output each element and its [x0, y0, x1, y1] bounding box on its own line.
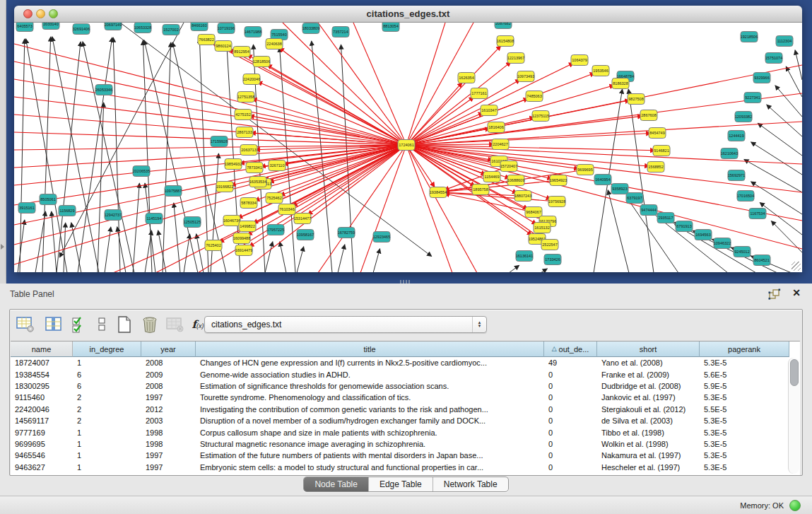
column-header-out_de[interactable]: △out_de...	[544, 341, 597, 357]
graph-node[interactable]: 17957225	[267, 225, 284, 235]
tab-edge-table[interactable]: Edge Table	[368, 477, 433, 491]
graph-node[interactable]: 12375115	[532, 111, 549, 122]
graph-node[interactable]: 12942737	[105, 210, 122, 221]
close-panel-icon[interactable]: ✕	[792, 287, 801, 298]
graph-node[interactable]: 1640954	[594, 175, 611, 185]
new-table-icon[interactable]	[114, 315, 134, 334]
graph-node[interactable]: 9329966	[753, 73, 770, 83]
graph-edge[interactable]	[279, 47, 406, 145]
graph-node[interactable]: 1777161	[471, 88, 488, 99]
graph-node[interactable]: 1615132	[534, 223, 551, 233]
graph-edge[interactable]	[145, 230, 152, 272]
scrollbar-thumb[interactable]	[790, 359, 799, 386]
graph-edge[interactable]	[307, 145, 406, 215]
graph-node[interactable]: 10719196	[218, 23, 235, 34]
graph-edge[interactable]	[78, 37, 112, 272]
graph-edge[interactable]	[59, 23, 184, 257]
graph-node[interactable]: 1953546	[592, 66, 609, 76]
graph-node[interactable]: 16353534	[249, 177, 266, 187]
delete-table-icon[interactable]	[140, 315, 160, 334]
graph-node[interactable]: 2867133	[236, 127, 253, 138]
window-resize-grip[interactable]	[792, 262, 801, 271]
graph-node[interactable]: 9827508	[628, 94, 645, 105]
graph-node[interactable]: 19166822	[216, 182, 233, 192]
graph-node[interactable]: 9860124	[215, 41, 232, 52]
graph-node[interactable]: 8912954	[233, 47, 250, 57]
table-row[interactable]: 1456911722003Disruption of a novel membe…	[11, 415, 800, 426]
graph-node[interactable]: 1694563	[695, 230, 712, 240]
column-header-year[interactable]: year	[141, 341, 196, 357]
graph-node[interactable]: 18807243	[514, 191, 531, 201]
table-row[interactable]: 1938455462009Genome-wide association stu…	[11, 368, 800, 380]
graph-node[interactable]: 1156829	[59, 206, 76, 216]
graph-node[interactable]: 9146821	[653, 146, 670, 156]
graph-node[interactable]: 7357214	[332, 27, 349, 37]
graph-node[interactable]: 7625402	[205, 240, 222, 251]
graph-edge[interactable]	[64, 223, 66, 272]
graph-node[interactable]: 15314477	[294, 214, 311, 224]
graph-node[interactable]: 10946322	[714, 238, 731, 249]
float-window-icon[interactable]	[768, 288, 781, 300]
graph-node[interactable]: 1167534	[749, 209, 766, 219]
graph-node[interactable]: 8466160	[191, 23, 208, 31]
graph-node[interactable]: 20206535	[133, 166, 150, 177]
graph-edge[interactable]	[406, 145, 802, 164]
graph-node[interactable]: 4275152	[235, 110, 252, 120]
graph-edge[interactable]	[163, 42, 171, 272]
graph-edge[interactable]	[280, 242, 286, 272]
graph-edge[interactable]	[360, 145, 406, 272]
graph-node[interactable]: 2240638	[266, 39, 283, 49]
graph-node[interactable]: 10975887	[165, 186, 182, 197]
table-row[interactable]: 946554611997Estimation of the future num…	[11, 450, 800, 461]
graph-node[interactable]: 19854932	[225, 159, 242, 170]
graph-node[interactable]: 32691406	[73, 24, 90, 35]
graph-node[interactable]: 19218506	[741, 32, 758, 42]
graph-node[interactable]: 7485063	[526, 91, 543, 102]
graph-node[interactable]: 2087682	[495, 23, 512, 29]
table-row[interactable]: 969969511998Structural magnetic resonanc…	[11, 438, 800, 450]
graph-node[interactable]: 2033140	[42, 23, 59, 30]
graph-edge[interactable]	[14, 97, 406, 145]
graph-node[interactable]: 8186328	[612, 78, 629, 89]
graph-node[interactable]: 7610346	[278, 204, 295, 215]
graph-edge[interactable]	[373, 249, 380, 272]
graph-edge[interactable]	[406, 23, 473, 145]
graph-node[interactable]: 6791913	[676, 221, 693, 232]
graph-node[interactable]: 9474444	[640, 205, 657, 216]
graph-node[interactable]: 16154808	[497, 36, 514, 47]
graph-edge[interactable]	[196, 234, 204, 272]
graph-edge[interactable]	[98, 103, 104, 272]
graph-node[interactable]: 16210643	[721, 148, 738, 159]
graph-edge[interactable]	[18, 220, 25, 272]
graph-node[interactable]: 8505061	[40, 194, 57, 205]
graph-node[interactable]: 9227341	[744, 93, 761, 103]
table-row[interactable]: 1872400712008Changes of HCN gene express…	[11, 357, 800, 368]
graph-edge[interactable]	[338, 245, 345, 272]
graph-node[interactable]: 16099488	[233, 233, 250, 244]
graph-edge[interactable]	[541, 269, 547, 272]
graph-edge[interactable]	[760, 202, 802, 235]
table-row[interactable]: 977716911998Corpus callosum shape and si…	[11, 426, 800, 438]
graph-node[interactable]: 16782759	[338, 228, 355, 238]
table-vertical-scrollbar[interactable]	[788, 358, 799, 474]
graph-edge[interactable]	[52, 211, 57, 272]
graph-edge[interactable]	[14, 62, 406, 145]
graph-edge[interactable]	[406, 23, 445, 145]
rows-icon[interactable]	[92, 315, 112, 334]
graph-node[interactable]: 7663822	[198, 35, 215, 45]
graph-edge[interactable]	[509, 265, 519, 272]
graph-node[interactable]: 5878334	[240, 198, 257, 209]
graph-node[interactable]: 1610347	[481, 105, 498, 116]
graph-node[interactable]: 22420046	[243, 74, 260, 85]
graph-node[interactable]: 8454749	[649, 128, 666, 139]
window-titlebar[interactable]: citations_edges.txt	[14, 6, 802, 23]
network-canvas[interactable]: 6405573203314032691406206971491065332815…	[14, 23, 802, 272]
graph-node[interactable]: 14671988	[245, 27, 261, 37]
graph-node[interactable]: 26053346	[95, 85, 112, 95]
column-header-in_degree[interactable]: in_degree	[73, 341, 141, 357]
graph-node[interactable]: 1895758	[472, 185, 489, 195]
graph-node[interactable]: 7873341	[246, 163, 263, 173]
graph-node[interactable]: 1626354	[458, 73, 475, 83]
graph-node[interactable]: 10688609	[507, 175, 524, 186]
table-options-icon[interactable]	[16, 315, 35, 334]
